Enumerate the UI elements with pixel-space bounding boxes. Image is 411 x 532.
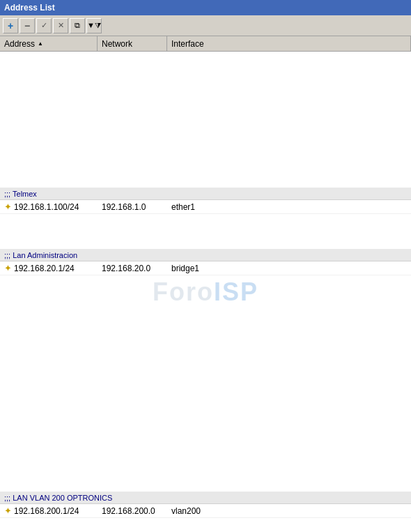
network-cell-1: 192.168.20.0: [98, 262, 167, 275]
column-header-network[interactable]: Network: [98, 36, 167, 51]
remove-icon: −: [24, 20, 30, 31]
interface-value-1: bridge1: [171, 264, 199, 273]
row-icon-plus: ✦: [4, 202, 12, 212]
sort-arrow-icon: ▲: [38, 40, 43, 47]
interface-cell-2: vlan200: [167, 505, 411, 517]
address-value-0: 192.168.1.100/24: [14, 202, 79, 212]
interface-value-2: vlan200: [171, 506, 201, 516]
table-row[interactable]: ✦ 192.168.1.100/24 192.168.1.0 ether1: [0, 200, 411, 214]
interface-cell-0: ether1: [167, 201, 411, 213]
address-cell-2: ✦ 192.168.200.1/24: [0, 504, 98, 517]
filter-button[interactable]: ▼⧩: [86, 18, 102, 33]
network-cell-0: 192.168.1.0: [98, 201, 167, 213]
empty-space-mid2: [0, 275, 411, 492]
column-network-label: Network: [102, 39, 132, 49]
add-button[interactable]: +: [3, 18, 18, 33]
row-icon-plus-2: ✦: [4, 506, 12, 516]
empty-space-top: [0, 52, 411, 188]
network-cell-2: 192.168.200.0: [98, 505, 167, 517]
table-header: Address ▲ Network Interface: [0, 36, 411, 52]
interface-value-0: ether1: [171, 202, 195, 212]
column-address-label: Address: [4, 39, 35, 49]
address-cell-1: ✦ 192.168.20.1/24: [0, 261, 98, 275]
column-interface-label: Interface: [171, 39, 204, 49]
check-icon: ✓: [41, 21, 47, 30]
row-icon-plus-1: ✦: [4, 263, 12, 273]
copy-button[interactable]: ⧉: [70, 18, 85, 33]
check-button[interactable]: ✓: [36, 18, 52, 33]
cross-button[interactable]: ✕: [53, 18, 68, 33]
add-icon: +: [8, 20, 13, 31]
cross-icon: ✕: [58, 21, 64, 30]
section-telmex-label: ;;; Telmex: [4, 190, 37, 198]
section-header-lan-admin: ;;; Lan Administracion: [0, 249, 411, 261]
table-content: ForoISP ;;; Telmex ✦ 192.168.1.100/24 19…: [0, 52, 411, 532]
table-row[interactable]: ✦ 192.168.200.1/24 192.168.200.0 vlan200: [0, 504, 411, 518]
empty-space-mid1: [0, 214, 411, 249]
section-lan-admin-label: ;;; Lan Administracion: [4, 251, 77, 259]
remove-button[interactable]: −: [20, 18, 35, 33]
filter-icon: ▼⧩: [87, 21, 101, 30]
interface-cell-1: bridge1: [167, 262, 411, 275]
column-header-address[interactable]: Address ▲: [0, 36, 98, 51]
address-value-2: 192.168.200.1/24: [14, 506, 79, 516]
network-value-0: 192.168.1.0: [102, 202, 146, 212]
table-row[interactable]: ✦ 192.168.20.1/24 192.168.20.0 bridge1: [0, 261, 411, 275]
copy-icon: ⧉: [75, 21, 80, 30]
address-cell-0: ✦ 192.168.1.100/24: [0, 200, 98, 213]
section-header-vlan200: ;;; LAN VLAN 200 OPTRONICS: [0, 492, 411, 504]
section-vlan200-label: ;;; LAN VLAN 200 OPTRONICS: [4, 494, 112, 502]
address-value-1: 192.168.20.1/24: [14, 264, 75, 273]
title-bar: Address List: [0, 0, 411, 15]
network-value-2: 192.168.200.0: [102, 506, 155, 516]
title-bar-label: Address List: [4, 3, 55, 13]
network-value-1: 192.168.20.0: [102, 264, 150, 273]
section-header-telmex: ;;; Telmex: [0, 188, 411, 200]
toolbar: + − ✓ ✕ ⧉ ▼⧩: [0, 15, 411, 36]
column-header-interface[interactable]: Interface: [167, 36, 411, 51]
